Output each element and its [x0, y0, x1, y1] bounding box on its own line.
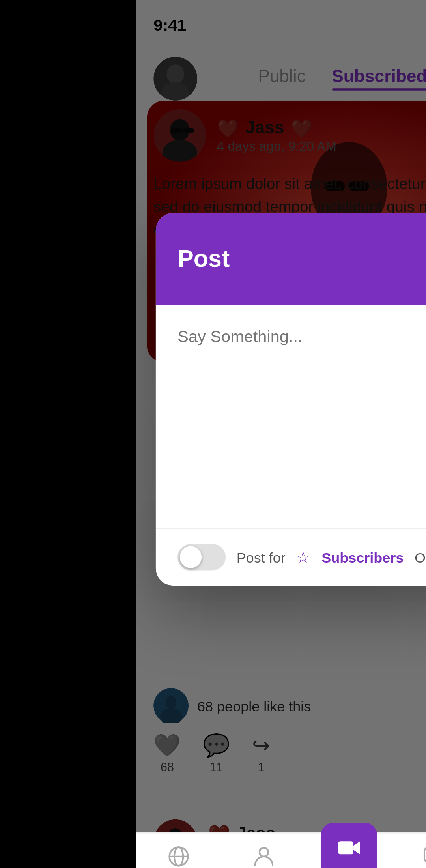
- toggle-thumb: [180, 546, 202, 568]
- svg-point-32: [260, 848, 268, 857]
- nav-chat-icon: [422, 844, 426, 868]
- bottom-nav: Public For You Go Live: [136, 832, 426, 868]
- nav-person-icon: [252, 844, 276, 868]
- golive-button[interactable]: [321, 823, 377, 868]
- golive-video-icon: [336, 835, 362, 868]
- subscribers-label: Subscribers: [321, 549, 404, 565]
- textarea-wrapper: [156, 305, 426, 528]
- modal-header: Post ▶: [156, 213, 426, 305]
- nav-public[interactable]: Public: [136, 844, 221, 868]
- modal-title: Post: [178, 245, 230, 273]
- svg-rect-33: [338, 841, 353, 854]
- only-label: Only: [415, 549, 426, 565]
- nav-go-live[interactable]: Go Live: [306, 834, 392, 868]
- nav-for-you[interactable]: For You: [221, 844, 306, 868]
- post-textarea[interactable]: [178, 327, 426, 501]
- star-icon: ☆: [296, 548, 310, 566]
- modal-footer: Post for ☆ Subscribers Only: [156, 528, 426, 586]
- modal-body: [156, 305, 426, 528]
- svg-rect-34: [424, 848, 426, 862]
- post-for-label: Post for: [237, 549, 286, 565]
- subscribers-toggle[interactable]: [178, 544, 226, 570]
- nav-chats[interactable]: Chats: [392, 844, 426, 868]
- post-modal: Post ▶: [156, 213, 426, 586]
- nav-public-icon: [167, 844, 191, 868]
